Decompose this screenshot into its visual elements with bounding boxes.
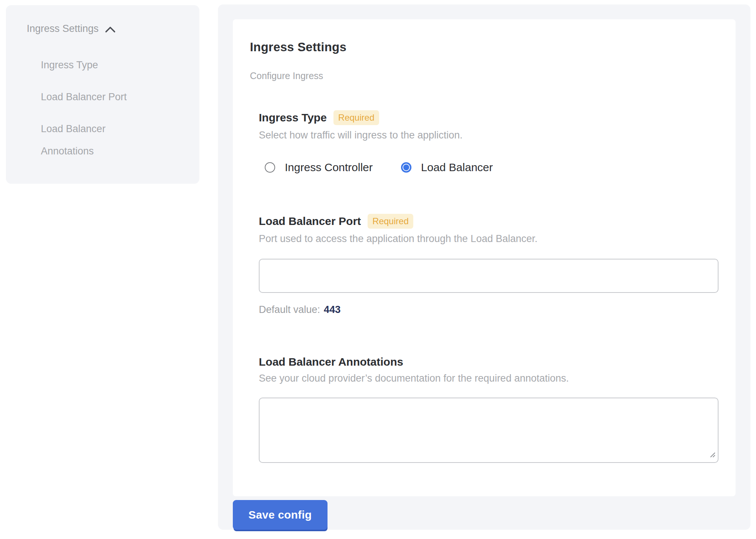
section-ingress-type: Ingress Type Required Select how traffic… [259,110,718,174]
radio-label: Ingress Controller [285,161,373,174]
sidebar-group-ingress-settings[interactable]: Ingress Settings [27,23,185,35]
radio-load-balancer[interactable]: Load Balancer [401,161,493,174]
required-badge: Required [368,214,413,229]
default-value: 443 [324,304,340,315]
load-balancer-annotations-textarea[interactable] [259,398,718,463]
radio-button-icon[interactable] [401,162,411,173]
sidebar-item-ingress-type[interactable]: Ingress Type [41,54,152,76]
section-load-balancer-annotations: Load Balancer Annotations See your cloud… [259,356,718,463]
chevron-up-icon [105,26,116,33]
sidebar-item-load-balancer-annotations[interactable]: Load Balancer Annotations [41,118,152,162]
ingress-settings-card: Ingress Settings Configure Ingress Ingre… [233,19,736,496]
section-load-balancer-port: Load Balancer Port Required Port used to… [259,214,718,316]
sidebar-group-label: Ingress Settings [27,23,99,35]
radio-button-icon[interactable] [265,162,275,173]
load-balancer-port-label: Load Balancer Port [259,215,361,228]
page-title: Ingress Settings [250,40,718,54]
ingress-type-radio-group: Ingress Controller Load Balancer [259,161,718,174]
load-balancer-port-description: Port used to access the application thro… [259,233,718,245]
radio-ingress-controller[interactable]: Ingress Controller [265,161,373,174]
radio-label: Load Balancer [421,161,493,174]
load-balancer-port-input[interactable] [259,259,718,293]
ingress-type-description: Select how traffic will ingress to the a… [259,130,718,141]
default-value-label: Default value: [259,304,320,315]
sidebar-item-load-balancer-port[interactable]: Load Balancer Port [41,86,152,108]
ingress-settings-panel: Ingress Settings Configure Ingress Ingre… [218,4,750,530]
save-config-button[interactable]: Save config [233,500,328,530]
load-balancer-annotations-label: Load Balancer Annotations [259,356,403,368]
page-subtitle: Configure Ingress [250,71,718,81]
sidebar-item-list: Ingress Type Load Balancer Port Load Bal… [27,54,185,162]
default-value-row: Default value:443 [259,304,718,316]
ingress-type-label: Ingress Type [259,111,327,124]
settings-sidebar: Ingress Settings Ingress Type Load Balan… [6,5,199,184]
load-balancer-annotations-description: See your cloud provider’s documentation … [259,373,718,384]
required-badge: Required [333,110,379,125]
